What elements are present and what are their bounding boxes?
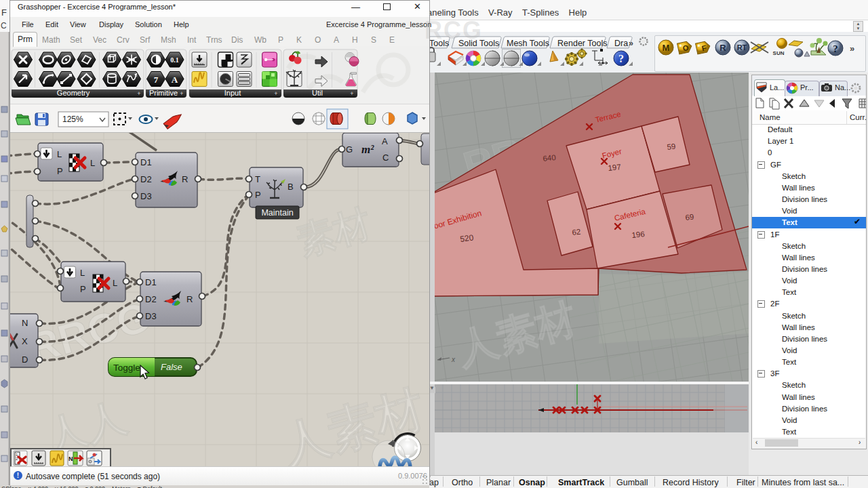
svg-text:人素材: 人素材	[451, 295, 581, 372]
svg-text:N: N	[68, 455, 73, 462]
svg-text:m²: m²	[361, 143, 374, 156]
svg-text:X: X	[22, 336, 28, 346]
svg-text:69: 69	[685, 213, 694, 222]
svg-text:P: P	[80, 284, 86, 294]
svg-text:196: 196	[631, 230, 645, 239]
svg-text:Geometry: Geometry	[57, 89, 90, 97]
svg-text:M: M	[663, 43, 670, 53]
svg-text:C: C	[382, 152, 389, 163]
svg-text:+: +	[350, 90, 353, 97]
svg-text:R: R	[182, 174, 188, 184]
svg-text:RT: RT	[737, 43, 747, 52]
svg-text:Maintain: Maintain	[261, 208, 293, 218]
svg-text:False: False	[161, 362, 182, 372]
svg-text:+: +	[274, 90, 277, 97]
svg-text:L: L	[113, 278, 117, 288]
svg-text:D1: D1	[145, 277, 157, 287]
svg-text:640: 640	[542, 153, 556, 163]
svg-text:D1: D1	[140, 157, 152, 167]
svg-text:Input: Input	[224, 89, 241, 97]
svg-text:Primitive: Primitive	[149, 89, 178, 97]
svg-text:»: »	[629, 39, 633, 48]
svg-text:P: P	[57, 166, 63, 176]
svg-text:素材: 素材	[292, 202, 376, 263]
svg-text:L: L	[80, 268, 85, 278]
svg-text:+: +	[180, 90, 183, 97]
svg-text:0.1: 0.1	[170, 56, 179, 64]
svg-text:L: L	[90, 158, 95, 168]
svg-text:B: B	[288, 182, 294, 192]
svg-text:N: N	[22, 318, 28, 328]
svg-text:D3: D3	[140, 191, 152, 201]
svg-text:»: »	[850, 43, 854, 54]
svg-text:G: G	[346, 144, 353, 155]
svg-text:Render Tools: Render Tools	[557, 39, 607, 48]
svg-text:?: ?	[618, 53, 624, 64]
svg-text:Util: Util	[312, 89, 323, 97]
svg-text:?: ?	[833, 43, 838, 54]
svg-text:125%: 125%	[62, 115, 83, 124]
svg-text:R: R	[719, 43, 726, 53]
svg-text:Dra: Dra	[614, 39, 628, 48]
svg-text:520: 520	[459, 232, 474, 244]
svg-text:x: x	[451, 356, 456, 363]
svg-text:A: A	[382, 136, 388, 146]
svg-text:+: +	[137, 90, 140, 97]
svg-text:59: 59	[667, 142, 676, 151]
svg-text:D2: D2	[145, 294, 157, 304]
svg-text:SUN: SUN	[773, 50, 785, 56]
svg-text:D3: D3	[145, 311, 157, 321]
svg-text:A: A	[172, 75, 178, 85]
svg-text:P: P	[255, 190, 261, 200]
svg-text:Mesh Tools: Mesh Tools	[507, 39, 549, 48]
svg-text:62: 62	[572, 228, 581, 237]
svg-text:D2: D2	[140, 174, 152, 184]
svg-text:7: 7	[154, 75, 159, 85]
svg-text:197: 197	[608, 163, 621, 172]
svg-text:R: R	[186, 294, 193, 304]
svg-text:Toggle: Toggle	[113, 363, 140, 373]
svg-text:D: D	[22, 354, 28, 365]
svg-text:T: T	[255, 174, 260, 184]
svg-text:L: L	[57, 149, 62, 159]
